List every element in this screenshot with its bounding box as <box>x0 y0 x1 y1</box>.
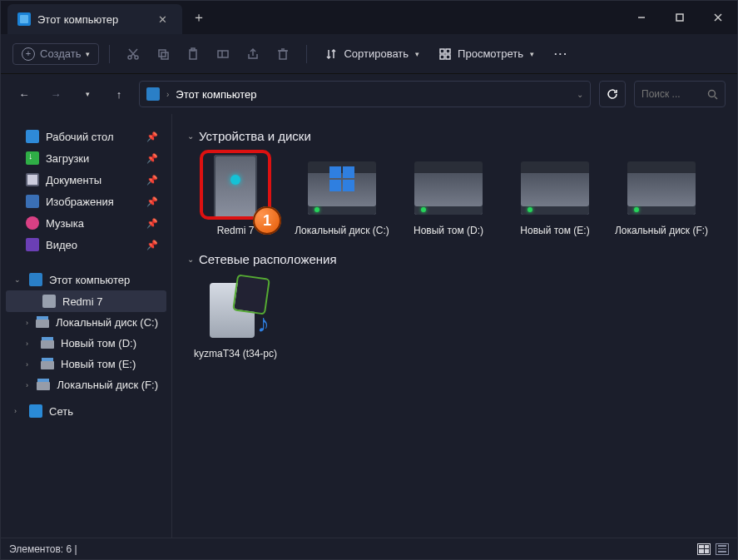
sidebar: Рабочий стол📌 Загрузки📌 Документы📌 Изобр… <box>1 114 172 538</box>
video-icon <box>26 238 39 251</box>
sidebar-item-drive-d[interactable]: ›Новый том (D:) <box>6 333 166 354</box>
sidebar-item-label: Сеть <box>49 405 73 418</box>
sidebar-item-label: Изображения <box>46 196 114 208</box>
sort-button[interactable]: Сортировать ▾ <box>317 44 428 63</box>
sidebar-item-this-pc[interactable]: ⌄Этот компьютер <box>6 269 166 290</box>
chevron-down-icon: ▾ <box>415 50 419 58</box>
rename-button[interactable] <box>210 41 236 67</box>
chevron-right-icon[interactable]: › <box>26 319 29 327</box>
svg-line-24 <box>715 97 717 99</box>
sidebar-item-video[interactable]: Видео📌 <box>6 234 166 255</box>
search-box[interactable] <box>634 81 726 107</box>
svg-rect-1 <box>676 14 683 21</box>
network-share-kyzmat34[interactable]: ♪ kyzmaT34 (t34-pc) <box>187 275 284 360</box>
media-share-icon: ♪ <box>206 278 265 343</box>
sidebar-item-documents[interactable]: Документы📌 <box>6 169 166 191</box>
sort-icon <box>325 48 337 60</box>
sidebar-item-drive-f[interactable]: ›Локальный диск (F:) <box>6 374 166 395</box>
chevron-down-icon[interactable]: ⌄ <box>14 275 22 284</box>
sidebar-item-label: Документы <box>46 174 102 186</box>
drive-icon <box>36 320 49 328</box>
search-icon <box>707 89 718 100</box>
back-button[interactable]: ← <box>12 82 36 106</box>
close-button[interactable] <box>699 1 737 34</box>
more-button[interactable]: ··· <box>546 44 577 63</box>
svg-point-23 <box>709 90 716 97</box>
drive-c[interactable]: Локальный диск (C:) <box>294 151 390 237</box>
sidebar-item-redmi7[interactable]: Redmi 7 <box>6 290 166 312</box>
search-input[interactable] <box>641 88 707 100</box>
forward-button[interactable]: → <box>44 82 67 106</box>
group-title: Устройства и диски <box>199 129 311 143</box>
delete-button[interactable] <box>270 41 296 67</box>
download-icon <box>26 151 39 165</box>
drive-icon <box>41 361 54 369</box>
chevron-down-icon[interactable]: ⌄ <box>577 90 583 99</box>
tab-this-pc[interactable]: Этот компьютер ✕ <box>7 4 182 34</box>
paste-button[interactable] <box>180 41 206 67</box>
svg-rect-21 <box>440 55 444 59</box>
sidebar-item-music[interactable]: Музыка📌 <box>6 212 166 234</box>
share-button[interactable] <box>240 41 266 67</box>
recent-button[interactable]: ▾ <box>76 82 99 106</box>
pictures-icon <box>26 195 39 208</box>
svg-rect-14 <box>280 51 286 59</box>
svg-rect-12 <box>218 51 228 57</box>
item-label: Redmi 7 <box>217 225 255 237</box>
sidebar-item-label: Рабочий стол <box>46 131 114 143</box>
address-bar[interactable]: › Этот компьютер ⌄ <box>139 81 591 107</box>
create-label: Создать <box>40 47 81 60</box>
drive-icon <box>627 171 696 215</box>
refresh-button[interactable] <box>599 81 626 107</box>
chevron-right-icon[interactable]: › <box>26 339 34 348</box>
sidebar-item-drive-e[interactable]: ›Новый том (E:) <box>6 354 166 374</box>
device-redmi7[interactable]: 1 Redmi 7 <box>187 151 284 237</box>
sidebar-item-label: Redmi 7 <box>62 295 102 308</box>
music-icon <box>26 216 39 230</box>
view-icon <box>439 48 451 60</box>
sidebar-item-drive-c[interactable]: ›Локальный диск (C:) <box>6 312 166 333</box>
group-devices-header[interactable]: ⌄ Устройства и диски <box>187 129 722 143</box>
chevron-right-icon[interactable]: › <box>14 407 22 415</box>
view-thumbnails-button[interactable] <box>697 543 711 555</box>
maximize-button[interactable] <box>661 1 699 34</box>
svg-rect-9 <box>161 52 168 59</box>
new-tab-button[interactable]: ＋ <box>182 1 215 34</box>
drive-e[interactable]: Новый том (E:) <box>507 151 603 237</box>
pin-icon: 📌 <box>146 218 158 229</box>
chevron-right-icon[interactable]: › <box>26 360 34 369</box>
titlebar: Этот компьютер ✕ ＋ <box>1 1 737 34</box>
create-button[interactable]: + Создать ▾ <box>12 43 99 65</box>
item-label: kyzmaT34 (t34-pc) <box>194 348 277 360</box>
content-area: ⌄ Устройства и диски 1 Redmi 7 <box>172 114 737 538</box>
drive-d[interactable]: Новый том (D:) <box>400 151 497 237</box>
documents-icon <box>26 173 39 186</box>
cut-button[interactable] <box>120 41 146 67</box>
close-tab-button[interactable]: ✕ <box>152 13 172 26</box>
sidebar-item-network[interactable]: ›Сеть <box>6 400 166 422</box>
drive-f[interactable]: Локальный диск (F:) <box>613 151 710 237</box>
item-label: Новый том (E:) <box>520 225 589 237</box>
sidebar-item-label: Загрузки <box>46 152 89 165</box>
copy-button[interactable] <box>150 41 176 67</box>
view-details-button[interactable] <box>716 543 729 555</box>
sidebar-item-pictures[interactable]: Изображения📌 <box>6 191 166 212</box>
sidebar-item-label: Новый том (E:) <box>61 358 136 370</box>
sidebar-item-label: Локальный диск (F:) <box>57 379 158 391</box>
group-network-header[interactable]: ⌄ Сетевые расположения <box>187 252 722 266</box>
pc-icon <box>17 12 31 26</box>
chevron-right-icon[interactable]: › <box>26 381 30 389</box>
chevron-down-icon: ⌄ <box>187 131 194 141</box>
annotation-badge: 1 <box>253 206 281 235</box>
nav-row: ← → ▾ ↑ › Этот компьютер ⌄ <box>1 74 737 114</box>
status-elements-count: Элементов: 6 <box>9 543 72 555</box>
minimize-button[interactable] <box>622 1 661 34</box>
drive-icon <box>521 171 589 215</box>
view-button[interactable]: Просмотреть ▾ <box>431 44 542 63</box>
toolbar: + Создать ▾ Сортировать ▾ Просмотреть ▾ … <box>1 34 737 74</box>
sidebar-item-desktop[interactable]: Рабочий стол📌 <box>6 126 166 147</box>
breadcrumb-root[interactable]: Этот компьютер <box>176 88 256 101</box>
sidebar-item-downloads[interactable]: Загрузки📌 <box>6 147 166 169</box>
up-button[interactable]: ↑ <box>107 82 131 106</box>
svg-rect-8 <box>159 50 166 57</box>
